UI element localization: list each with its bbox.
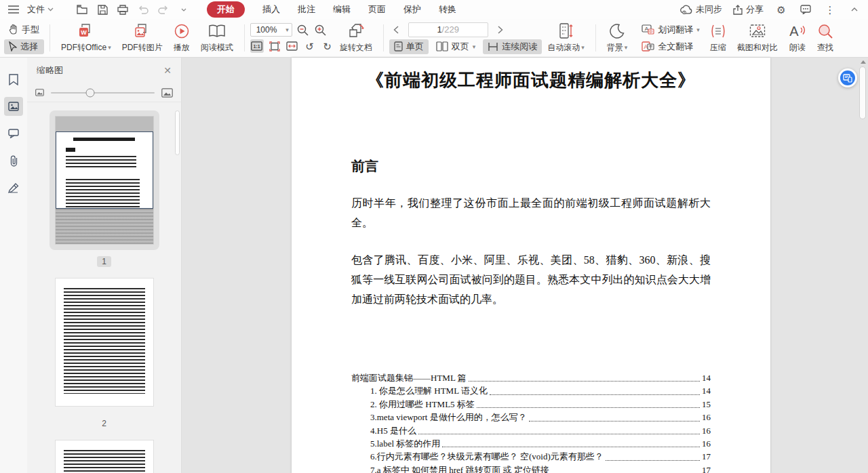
toc-entry-text: 2. 你用过哪些 HTML5 标签 [370, 398, 475, 411]
toc-entry-page: 15 [702, 398, 711, 411]
menu-tab-page[interactable]: 页面 [368, 1, 386, 18]
feedback-comment-icon[interactable] [799, 3, 812, 16]
auto-scroll-icon [558, 23, 573, 39]
word-translate-icon: A中 [642, 24, 654, 35]
toc-entry-text: 3.meta viewport 是做什么用的，怎么写？ [370, 411, 527, 424]
toc-dot-leader [490, 394, 700, 395]
fit-width-icon[interactable] [285, 39, 299, 53]
menu-tab-convert[interactable]: 转换 [439, 1, 456, 18]
scroll-up-arrow-icon[interactable] [861, 60, 866, 64]
settings-gear-icon[interactable]: ⚙ [774, 3, 788, 16]
single-page-icon [394, 41, 403, 52]
panel-close-icon[interactable]: ✕ [163, 65, 172, 76]
single-page-mode-button[interactable]: 单页 [389, 39, 429, 54]
continuous-read-button[interactable]: 连续阅读 [483, 39, 542, 54]
ribbon-toolbar: 手型 选择 W PDF转Office▾ PDF转图片 播放 阅读模式 [0, 19, 868, 58]
toc-entry-text: 6.行内元素有哪些？块级元素有哪些？ 空(void)元素有那些？ [370, 450, 604, 463]
chevron-down-icon [47, 7, 54, 12]
toc-entry: 4.H5 是什么16 [351, 424, 711, 437]
compress-button[interactable]: 压缩 [705, 22, 732, 55]
toc-dot-leader [529, 421, 700, 421]
next-page-icon[interactable] [494, 23, 507, 37]
bookmarks-tab-icon[interactable] [4, 70, 23, 89]
menu-tab-protect[interactable]: 保护 [403, 1, 421, 18]
thumbnail-item[interactable]: 3 [50, 434, 159, 473]
read-aloud-label: 朗读 [789, 42, 806, 54]
rotate-document-button[interactable]: 旋转文档 [334, 22, 378, 55]
rotate-left-icon[interactable]: ↺ [303, 39, 317, 53]
hand-tool-button[interactable]: 手型 [4, 22, 44, 37]
panel-scrollbar[interactable] [175, 110, 180, 155]
menu-tab-insert[interactable]: 插入 [262, 1, 280, 18]
thumbnail-size-slider[interactable] [51, 92, 155, 94]
menu-tab-comment[interactable]: 批注 [298, 1, 315, 18]
main-content: 缩略图 ✕ 123 《前端初级工程师面试题精编解析大全》 前言 历时半年，我们整… [0, 58, 868, 473]
previous-page-icon[interactable] [389, 23, 403, 37]
hamburger-menu-icon[interactable] [7, 3, 20, 16]
open-file-icon[interactable] [75, 3, 89, 16]
find-button[interactable]: 查找 [812, 22, 839, 55]
share-icon [733, 5, 743, 15]
thumbnail-size-small-icon[interactable] [35, 89, 44, 96]
document-scrollbar[interactable] [858, 58, 868, 473]
play-button[interactable]: 播放 [168, 22, 195, 55]
page-number-input[interactable]: 1 /229 [408, 22, 488, 37]
read-aloud-button[interactable]: A 朗读 [783, 22, 812, 55]
slider-knob[interactable] [86, 88, 95, 97]
thumbnail-item[interactable]: 1 [50, 110, 159, 267]
pdf-to-office-button[interactable]: W PDF转Office▾ [56, 22, 117, 55]
zoom-level-select[interactable]: 100% ▾ [250, 23, 292, 37]
thumbnail-page-number: 2 [97, 418, 111, 429]
full-translate-button[interactable]: A 全文翻译 [637, 39, 705, 54]
pdf-to-image-icon [134, 23, 151, 39]
thumbnail-item[interactable]: 2 [50, 272, 159, 429]
double-page-label: 双页 [452, 41, 469, 53]
signature-seal-tab-icon[interactable] [4, 178, 23, 197]
compress-icon [710, 23, 726, 39]
word-translate-button[interactable]: A中 划词翻译 ▾ [637, 22, 705, 37]
compress-label: 压缩 [710, 42, 726, 54]
scrollbar-thumb[interactable] [859, 66, 866, 119]
mobile-view-float-button[interactable] [838, 68, 857, 87]
background-button[interactable]: 背景▾ [601, 22, 633, 55]
auto-scroll-button[interactable]: 自动滚动▾ [542, 22, 590, 55]
more-options-icon[interactable]: ⋮ [823, 3, 837, 16]
file-menu[interactable]: 文件 [27, 3, 54, 16]
menu-tab-home[interactable]: 开始 [207, 1, 245, 18]
print-icon[interactable] [116, 3, 130, 16]
menu-tab-edit[interactable]: 编辑 [333, 1, 351, 18]
screenshot-compare-button[interactable]: 截图和对比 [732, 22, 783, 55]
dropdown-caret-icon: ▾ [108, 44, 111, 51]
save-icon[interactable] [96, 3, 109, 16]
rotate-right-icon[interactable]: ↻ [321, 39, 334, 53]
pdf-to-image-button[interactable]: PDF转图片 [117, 22, 168, 55]
more-commands-icon[interactable] [177, 3, 191, 16]
double-page-mode-button[interactable]: 双页 ▾ [431, 39, 481, 54]
thumbnails-tab-icon[interactable] [4, 97, 23, 116]
redo-icon[interactable] [157, 3, 170, 16]
collapse-ribbon-icon[interactable] [848, 3, 861, 16]
book-icon [208, 23, 226, 39]
menu-tabs: 开始插入批注编辑页面保护转换 [207, 1, 456, 18]
find-icon [818, 23, 833, 39]
hand-tool-label: 手型 [22, 24, 39, 36]
comments-tab-icon[interactable] [4, 124, 23, 143]
double-page-icon [436, 41, 448, 52]
select-tool-button[interactable]: 选择 [4, 39, 44, 54]
sync-status[interactable]: 未同步 [680, 3, 722, 16]
sync-status-label: 未同步 [696, 3, 722, 16]
thumbnail-size-large-icon[interactable] [161, 88, 173, 98]
share-button[interactable]: 分享 [733, 3, 764, 16]
read-mode-button[interactable]: 阅读模式 [195, 22, 239, 55]
auto-scroll-caret-icon: ▾ [581, 44, 585, 51]
toc-entry-text: 4.H5 是什么 [370, 424, 416, 437]
actual-size-button[interactable]: 1:1 [250, 39, 264, 53]
fit-page-icon[interactable] [268, 39, 281, 53]
undo-icon[interactable] [136, 3, 150, 16]
zoom-out-icon[interactable] [296, 23, 310, 37]
word-translate-label: 划词翻译 [658, 24, 693, 36]
zoom-in-icon[interactable] [314, 23, 328, 37]
attachments-tab-icon[interactable] [4, 151, 23, 170]
toc-entry: 7.a 标签中 如何禁用 href 跳转页面 或 定位链接17 [351, 464, 711, 473]
rotate-document-icon [347, 23, 365, 39]
